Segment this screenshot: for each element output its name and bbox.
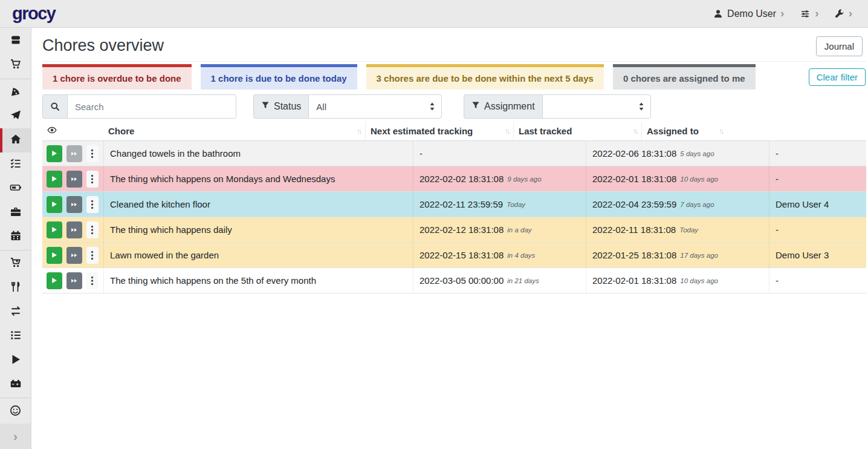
skip-chore-button[interactable] <box>66 171 82 188</box>
table-row: Changed towels in the bathroom - 2022-02… <box>42 141 866 166</box>
next-tracking-cell: 2022-02-11 23:59:59Today <box>413 192 586 217</box>
battery-tracking-icon <box>10 378 22 392</box>
assignment-select[interactable] <box>542 94 651 119</box>
skip-chore-button[interactable] <box>66 145 82 162</box>
status-filter-group: Status All <box>253 94 442 119</box>
sidebar-item-chores-overview[interactable] <box>0 128 31 152</box>
track-chore-button[interactable] <box>47 221 62 238</box>
row-menu-button[interactable] <box>86 145 99 162</box>
sidebar-item-purchase[interactable] <box>0 252 31 276</box>
sidebar-item-stock[interactable] <box>0 29 31 53</box>
skip-chore-button[interactable] <box>66 247 82 264</box>
chores-table: Chore↑↓ Next estimated tracking↑↓ Last t… <box>42 122 866 293</box>
track-chore-button[interactable] <box>47 145 62 162</box>
sidebar-item-user-dashboard[interactable] <box>0 399 31 424</box>
clear-filter-button[interactable]: Clear filter <box>809 68 866 86</box>
row-actions <box>42 268 103 293</box>
filter-funnel-icon <box>471 101 480 112</box>
assignment-filter-label: Assignment <box>464 94 542 119</box>
chore-tracking-play-icon <box>10 353 22 368</box>
search-input[interactable] <box>67 94 236 119</box>
assigned-to-cell: Demo User 4 <box>769 192 866 217</box>
next-tracking-cell: - <box>413 141 586 166</box>
consume-utensils-icon <box>10 281 22 295</box>
column-header-next-tracking[interactable]: Next estimated tracking↑↓ <box>365 122 513 140</box>
column-header-chore[interactable]: Chore↑↓ <box>103 122 365 140</box>
row-menu-button[interactable] <box>86 196 99 213</box>
expand-chevron-icon: › <box>13 430 18 444</box>
assigned-to-cell: - <box>769 217 866 242</box>
sidebar-item-tasks[interactable] <box>0 152 31 177</box>
user-menu[interactable]: Demo User › <box>713 8 784 19</box>
sidebar: › <box>0 28 31 449</box>
chore-name-cell: Lawn mowed in the garden <box>103 243 413 267</box>
sidebar-item-chore-tracking[interactable] <box>0 349 31 373</box>
table-header-row: Chore↑↓ Next estimated tracking↑↓ Last t… <box>42 122 866 141</box>
sidebar-item-equipment[interactable] <box>0 201 31 225</box>
skip-chore-button[interactable] <box>66 221 82 238</box>
journal-button[interactable]: Journal <box>816 36 863 56</box>
status-card-due-today[interactable]: 1 chore is due to be done today <box>201 64 357 90</box>
table-row: The thing which happens daily 2022-02-12… <box>42 217 866 243</box>
user-icon <box>713 9 723 19</box>
chore-name-cell: The thing which happens on the 5th of ev… <box>103 268 413 293</box>
status-card-due-soon[interactable]: 3 chores are due to be done within the n… <box>366 64 604 90</box>
eye-icon[interactable] <box>42 125 103 137</box>
sidebar-expand-toggle[interactable]: › <box>0 424 31 449</box>
sidebar-item-calendar[interactable] <box>0 225 31 249</box>
column-header-assigned-to[interactable]: Assigned to↑↓ <box>641 122 727 140</box>
sort-icon: ↑↓ <box>719 127 722 136</box>
grocy-logo[interactable]: grocy <box>12 4 55 24</box>
assigned-to-cell: Demo User 3 <box>769 243 866 267</box>
admin-menu[interactable]: › <box>835 8 852 19</box>
recipes-pizza-icon <box>10 85 22 100</box>
last-tracked-cell: 2022-01-25 18:31:0817 days ago <box>586 243 769 267</box>
skip-chore-button[interactable] <box>66 196 82 213</box>
sidebar-item-batteries[interactable] <box>0 177 31 201</box>
chore-name-cell: Changed towels in the bathroom <box>103 141 413 166</box>
assigned-to-cell: - <box>769 141 866 166</box>
track-chore-button[interactable] <box>47 272 62 289</box>
sidebar-item-recipes[interactable] <box>0 80 31 105</box>
shopping-cart-icon <box>10 58 22 73</box>
track-chore-button[interactable] <box>47 196 62 213</box>
last-tracked-cell: 2022-02-01 18:31:0810 days ago <box>586 166 769 191</box>
status-card-assigned-to-me[interactable]: 0 chores are assigned to me <box>613 64 756 90</box>
row-actions <box>42 166 103 191</box>
search-icon <box>42 94 67 119</box>
sidebar-item-battery-tracking[interactable] <box>0 373 31 397</box>
sort-icon: ↑↓ <box>505 127 508 136</box>
filter-funnel-icon <box>261 101 270 112</box>
column-header-last-tracked[interactable]: Last tracked↑↓ <box>513 122 641 140</box>
track-chore-button[interactable] <box>47 247 62 264</box>
sidebar-item-transfer[interactable] <box>0 300 31 324</box>
status-card-overdue[interactable]: 1 chore is overdue to be done <box>42 64 192 90</box>
row-menu-button[interactable] <box>86 221 99 238</box>
tasks-checklist-icon <box>10 157 22 172</box>
track-chore-button[interactable] <box>47 171 62 188</box>
row-menu-button[interactable] <box>86 171 99 188</box>
sidebar-item-meal-plan[interactable] <box>0 104 31 128</box>
last-tracked-cell: 2022-02-11 18:31:08Today <box>586 217 769 242</box>
table-row: Cleaned the kitchen floor 2022-02-11 23:… <box>42 192 866 217</box>
sort-icon: ↑↓ <box>633 127 636 136</box>
settings-menu[interactable]: › <box>800 8 818 19</box>
assigned-to-cell: - <box>769 166 866 191</box>
next-tracking-cell: 2022-03-05 00:00:00in 21 days <box>413 268 586 293</box>
row-actions <box>42 243 103 267</box>
assignment-filter-group: Assignment <box>464 94 651 119</box>
row-menu-button[interactable] <box>86 272 99 289</box>
skip-chore-button[interactable] <box>66 272 82 289</box>
chevron-right-icon: › <box>780 7 784 19</box>
status-select[interactable]: All <box>308 94 442 119</box>
table-row: The thing which happens on Mondays and W… <box>42 166 866 192</box>
chores-home-icon <box>10 133 22 148</box>
next-tracking-cell: 2022-02-12 18:31:08in a day <box>413 217 586 242</box>
table-row: The thing which happens on the 5th of ev… <box>42 268 866 293</box>
equipment-toolbox-icon <box>10 206 22 220</box>
sidebar-item-consume[interactable] <box>0 276 31 300</box>
sidebar-item-inventory[interactable] <box>0 324 31 349</box>
sidebar-item-shopping-list[interactable] <box>0 53 31 77</box>
row-menu-button[interactable] <box>86 247 99 264</box>
wrench-icon <box>835 9 844 19</box>
